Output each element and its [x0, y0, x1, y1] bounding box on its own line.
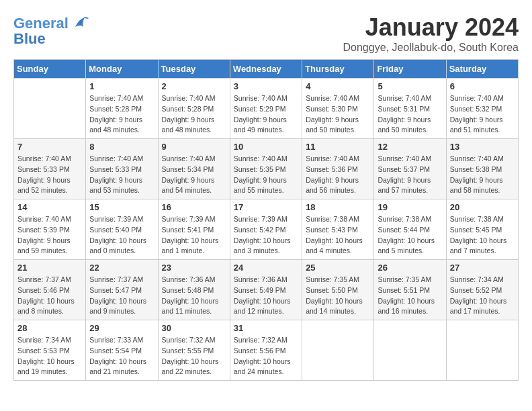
calendar-week-row: 1 Sunrise: 7:40 AMSunset: 5:28 PMDayligh…	[14, 79, 519, 139]
title-section: January 2024 Donggye, Jeollabuk-do, Sout…	[343, 13, 519, 54]
calendar-cell: 10 Sunrise: 7:40 AMSunset: 5:35 PMDaylig…	[230, 139, 302, 199]
calendar-cell: 29 Sunrise: 7:33 AMSunset: 5:54 PMDaylig…	[86, 320, 158, 381]
day-info: Sunrise: 7:40 AMSunset: 5:37 PMDaylight:…	[378, 154, 442, 196]
day-info: Sunrise: 7:40 AMSunset: 5:33 PMDaylight:…	[17, 154, 82, 196]
calendar-cell: 2 Sunrise: 7:40 AMSunset: 5:28 PMDayligh…	[158, 79, 230, 139]
day-number: 21	[17, 263, 82, 273]
calendar-cell: 19 Sunrise: 7:38 AMSunset: 5:44 PMDaylig…	[374, 199, 446, 260]
calendar-cell: 17 Sunrise: 7:39 AMSunset: 5:42 PMDaylig…	[230, 199, 302, 260]
day-number: 14	[17, 202, 82, 212]
day-number: 5	[378, 81, 442, 91]
calendar-cell: 6 Sunrise: 7:40 AMSunset: 5:32 PMDayligh…	[446, 79, 518, 139]
logo-bird-icon	[70, 13, 90, 34]
calendar-week-row: 14 Sunrise: 7:40 AMSunset: 5:39 PMDaylig…	[14, 199, 519, 260]
calendar-cell: 5 Sunrise: 7:40 AMSunset: 5:31 PMDayligh…	[374, 79, 446, 139]
day-number: 10	[234, 142, 298, 152]
day-info: Sunrise: 7:39 AMSunset: 5:41 PMDaylight:…	[162, 214, 226, 257]
calendar-table: SundayMondayTuesdayWednesdayThursdayFrid…	[13, 59, 519, 381]
calendar-cell: 23 Sunrise: 7:36 AMSunset: 5:48 PMDaylig…	[158, 260, 230, 320]
day-number: 7	[17, 142, 82, 152]
day-info: Sunrise: 7:40 AMSunset: 5:30 PMDaylight:…	[306, 93, 370, 136]
weekday-header: Monday	[86, 60, 158, 79]
calendar-cell: 4 Sunrise: 7:40 AMSunset: 5:30 PMDayligh…	[302, 79, 374, 139]
day-number: 22	[89, 263, 154, 273]
weekday-header: Tuesday	[158, 60, 230, 79]
calendar-cell: 30 Sunrise: 7:32 AMSunset: 5:55 PMDaylig…	[158, 320, 230, 381]
calendar-cell: 18 Sunrise: 7:38 AMSunset: 5:43 PMDaylig…	[302, 199, 374, 260]
day-number: 29	[89, 323, 154, 333]
day-info: Sunrise: 7:40 AMSunset: 5:38 PMDaylight:…	[450, 154, 515, 196]
day-number: 24	[234, 263, 298, 273]
weekday-header: Wednesday	[230, 60, 302, 79]
day-number: 4	[306, 81, 370, 91]
day-info: Sunrise: 7:34 AMSunset: 5:52 PMDaylight:…	[450, 275, 515, 317]
calendar-cell: 7 Sunrise: 7:40 AMSunset: 5:33 PMDayligh…	[14, 139, 86, 199]
day-number: 25	[306, 263, 370, 273]
day-info: Sunrise: 7:40 AMSunset: 5:29 PMDaylight:…	[234, 93, 298, 136]
day-info: Sunrise: 7:34 AMSunset: 5:53 PMDaylight:…	[17, 335, 82, 377]
calendar-cell: 25 Sunrise: 7:35 AMSunset: 5:50 PMDaylig…	[302, 260, 374, 320]
day-number: 18	[306, 202, 370, 212]
day-number: 19	[378, 202, 442, 212]
calendar-week-row: 28 Sunrise: 7:34 AMSunset: 5:53 PMDaylig…	[14, 320, 519, 381]
calendar-cell: 11 Sunrise: 7:40 AMSunset: 5:36 PMDaylig…	[302, 139, 374, 199]
day-number: 20	[450, 202, 515, 212]
calendar-cell: 1 Sunrise: 7:40 AMSunset: 5:28 PMDayligh…	[86, 79, 158, 139]
weekday-header: Thursday	[302, 60, 374, 79]
day-number: 8	[89, 142, 154, 152]
calendar-cell: 20 Sunrise: 7:38 AMSunset: 5:45 PMDaylig…	[446, 199, 518, 260]
day-info: Sunrise: 7:36 AMSunset: 5:48 PMDaylight:…	[162, 275, 226, 317]
day-info: Sunrise: 7:38 AMSunset: 5:43 PMDaylight:…	[306, 214, 370, 257]
day-number: 23	[162, 263, 226, 273]
location-subtitle: Donggye, Jeollabuk-do, South Korea	[343, 42, 519, 54]
day-info: Sunrise: 7:35 AMSunset: 5:50 PMDaylight:…	[306, 275, 370, 317]
weekday-header: Saturday	[446, 60, 518, 79]
day-number: 17	[234, 202, 298, 212]
day-info: Sunrise: 7:36 AMSunset: 5:49 PMDaylight:…	[234, 275, 298, 317]
day-info: Sunrise: 7:40 AMSunset: 5:32 PMDaylight:…	[450, 93, 515, 136]
day-number: 28	[17, 323, 82, 333]
day-info: Sunrise: 7:32 AMSunset: 5:56 PMDaylight:…	[234, 335, 298, 377]
calendar-cell	[446, 320, 518, 381]
calendar-cell: 8 Sunrise: 7:40 AMSunset: 5:33 PMDayligh…	[86, 139, 158, 199]
day-info: Sunrise: 7:40 AMSunset: 5:31 PMDaylight:…	[378, 93, 442, 136]
day-info: Sunrise: 7:40 AMSunset: 5:35 PMDaylight:…	[234, 154, 298, 196]
day-number: 1	[89, 81, 154, 91]
calendar-header-row: SundayMondayTuesdayWednesdayThursdayFrid…	[14, 60, 519, 79]
calendar-cell	[302, 320, 374, 381]
calendar-cell: 16 Sunrise: 7:39 AMSunset: 5:41 PMDaylig…	[158, 199, 230, 260]
day-number: 26	[378, 263, 442, 273]
day-number: 30	[162, 323, 226, 333]
day-number: 16	[162, 202, 226, 212]
day-number: 11	[306, 142, 370, 152]
calendar-week-row: 21 Sunrise: 7:37 AMSunset: 5:46 PMDaylig…	[14, 260, 519, 320]
day-number: 6	[450, 81, 515, 91]
day-info: Sunrise: 7:37 AMSunset: 5:47 PMDaylight:…	[89, 275, 154, 317]
day-number: 15	[89, 202, 154, 212]
weekday-header: Friday	[374, 60, 446, 79]
calendar-cell: 14 Sunrise: 7:40 AMSunset: 5:39 PMDaylig…	[14, 199, 86, 260]
day-info: Sunrise: 7:37 AMSunset: 5:46 PMDaylight:…	[17, 275, 82, 317]
calendar-week-row: 7 Sunrise: 7:40 AMSunset: 5:33 PMDayligh…	[14, 139, 519, 199]
calendar-cell: 27 Sunrise: 7:34 AMSunset: 5:52 PMDaylig…	[446, 260, 518, 320]
day-number: 9	[162, 142, 226, 152]
day-info: Sunrise: 7:40 AMSunset: 5:33 PMDaylight:…	[89, 154, 154, 196]
page-header: General Blue January 2024 Donggye, Jeoll…	[13, 13, 519, 54]
calendar-cell: 31 Sunrise: 7:32 AMSunset: 5:56 PMDaylig…	[230, 320, 302, 381]
calendar-cell: 28 Sunrise: 7:34 AMSunset: 5:53 PMDaylig…	[14, 320, 86, 381]
day-info: Sunrise: 7:38 AMSunset: 5:45 PMDaylight:…	[450, 214, 515, 257]
day-info: Sunrise: 7:40 AMSunset: 5:28 PMDaylight:…	[89, 93, 154, 136]
day-info: Sunrise: 7:40 AMSunset: 5:39 PMDaylight:…	[17, 214, 82, 257]
logo-text: General	[13, 15, 69, 32]
day-number: 27	[450, 263, 515, 273]
calendar-cell: 26 Sunrise: 7:35 AMSunset: 5:51 PMDaylig…	[374, 260, 446, 320]
calendar-cell: 3 Sunrise: 7:40 AMSunset: 5:29 PMDayligh…	[230, 79, 302, 139]
day-number: 13	[450, 142, 515, 152]
calendar-cell: 9 Sunrise: 7:40 AMSunset: 5:34 PMDayligh…	[158, 139, 230, 199]
day-number: 12	[378, 142, 442, 152]
calendar-cell	[14, 79, 86, 139]
day-info: Sunrise: 7:38 AMSunset: 5:44 PMDaylight:…	[378, 214, 442, 257]
calendar-cell: 13 Sunrise: 7:40 AMSunset: 5:38 PMDaylig…	[446, 139, 518, 199]
calendar-cell	[374, 320, 446, 381]
day-info: Sunrise: 7:35 AMSunset: 5:51 PMDaylight:…	[378, 275, 442, 317]
